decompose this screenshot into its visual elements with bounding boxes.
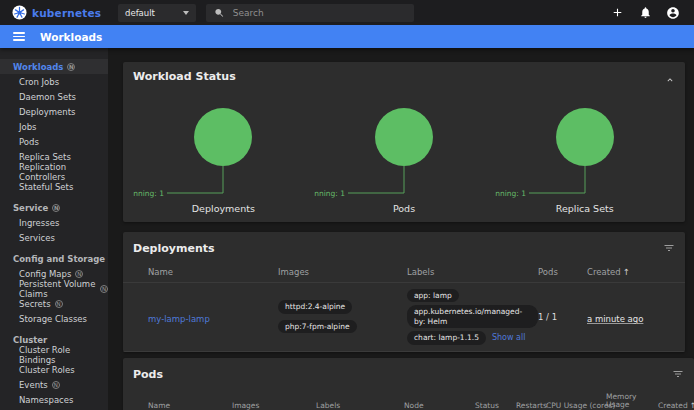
sidebar-section-config-and-storage: Config and Storage	[0, 251, 108, 266]
filter-icon	[663, 242, 675, 254]
filter-button[interactable]	[672, 365, 684, 384]
replica-sets-pie-chart: Running: 1 Replica Sets	[494, 89, 675, 214]
pods-ratio: 1 / 1	[538, 312, 587, 322]
column-header-status[interactable]: Status	[475, 397, 516, 410]
pods-title: Pods	[133, 368, 163, 381]
pie-running-slice	[194, 108, 252, 166]
label-chip: chart: lamp-1.1.5	[407, 331, 486, 344]
top-bar: kubernetes default	[0, 0, 694, 25]
sidebar-item-service[interactable]: Service N	[0, 200, 108, 215]
top-actions	[608, 4, 694, 22]
sidebar-nav: Workloads N Cron Jobs Daemon Sets Deploy…	[0, 48, 108, 410]
column-header-labels: Labels	[316, 397, 404, 410]
namespaced-badge-icon: N	[55, 300, 63, 308]
running-annotation: Running: 1	[495, 189, 526, 198]
deployments-table-header: Name Images Labels Pods Created↑	[123, 263, 685, 283]
namespaced-badge-icon: N	[52, 204, 60, 212]
image-chip: php:7-fpm-alpine	[278, 320, 357, 333]
namespace-select[interactable]: default	[118, 4, 196, 22]
column-header-name[interactable]: Name	[148, 397, 232, 410]
kubernetes-logo-icon	[12, 5, 27, 20]
label-chip: app: lamp	[407, 289, 459, 302]
brand[interactable]: kubernetes	[0, 5, 118, 20]
deployments-pie-chart: Running: 1 Deployments	[133, 89, 314, 214]
column-header-images[interactable]: Images	[278, 263, 407, 282]
sidebar-item-namespaces[interactable]: Namespaces	[0, 392, 108, 407]
column-header-created[interactable]: Created↑	[658, 397, 694, 410]
column-header-name[interactable]: Name	[148, 263, 278, 282]
sidebar-item-services[interactable]: Services	[0, 230, 108, 245]
deployment-name-link[interactable]: my-lamp-lamp	[148, 314, 210, 324]
sidebar-item-workloads[interactable]: Workloads N	[0, 59, 108, 74]
chart-label: Pods	[393, 203, 415, 214]
column-header-pods[interactable]: Pods	[538, 263, 587, 282]
sidebar-item-jobs[interactable]: Jobs	[0, 119, 108, 134]
sidebar-item-storage-classes[interactable]: Storage Classes	[0, 311, 108, 326]
search-input[interactable]	[233, 8, 406, 18]
notifications-button[interactable]	[636, 4, 654, 22]
label-chip: app.kubernetes.io/managed-by: Helm	[407, 305, 538, 328]
column-header-memory[interactable]: Memory Usage (bytes)	[606, 389, 658, 410]
sidebar-item-cron-jobs[interactable]: Cron Jobs	[0, 74, 108, 89]
running-annotation: Running: 1	[133, 189, 164, 198]
chart-label: Replica Sets	[556, 203, 614, 214]
namespaced-badge-icon: N	[52, 381, 60, 389]
sidebar-item-replication-controllers[interactable]: Replication Controllers	[0, 164, 108, 179]
search-box[interactable]	[206, 4, 414, 22]
search-icon	[214, 7, 225, 19]
filter-button[interactable]	[663, 239, 675, 258]
main-content: Workload Status Running: 1 Deployments	[108, 48, 694, 410]
workload-status-card: Workload Status Running: 1 Deployments	[123, 62, 685, 222]
brand-name: kubernetes	[32, 7, 101, 19]
chart-label: Deployments	[192, 203, 255, 214]
app-bar: Workloads	[0, 25, 694, 48]
namespaced-badge-icon: N	[100, 285, 108, 293]
show-all-labels-link[interactable]: Show all	[492, 333, 525, 342]
namespaced-badge-icon: N	[67, 63, 75, 71]
namespaced-badge-icon: N	[75, 270, 83, 278]
user-menu-button[interactable]	[664, 4, 682, 22]
column-header-cpu[interactable]: CPU Usage (cores)	[546, 397, 606, 410]
deployments-title: Deployments	[133, 242, 215, 255]
sort-ascending-icon: ↑	[623, 267, 630, 277]
account-circle-icon	[666, 6, 680, 20]
column-header-labels: Labels	[407, 263, 538, 282]
created-timestamp[interactable]: a minute ago	[587, 314, 643, 324]
pie-running-slice	[556, 108, 614, 166]
sidebar-item-persistent-volume-claims[interactable]: Persistent Volume Claims N	[0, 281, 108, 296]
namespace-value: default	[125, 8, 155, 18]
pods-table-header: Name Images Labels Node Status Restarts …	[123, 389, 694, 410]
create-resource-button[interactable]	[608, 4, 626, 22]
pods-pie-chart: Running: 1 Pods	[314, 89, 495, 214]
sort-ascending-icon: ↑	[690, 401, 694, 410]
filter-icon	[672, 368, 684, 380]
page-title: Workloads	[40, 31, 102, 43]
sidebar-item-ingresses[interactable]: Ingresses	[0, 215, 108, 230]
running-annotation: Running: 1	[314, 189, 345, 198]
sidebar-item-cluster-role-bindings[interactable]: Cluster Role Bindings	[0, 347, 108, 362]
workload-status-title: Workload Status	[133, 70, 675, 83]
chevron-down-icon	[183, 11, 189, 15]
image-chip: httpd:2.4-alpine	[278, 300, 352, 313]
column-header-images[interactable]: Images	[232, 397, 316, 410]
menu-toggle-button[interactable]	[13, 32, 25, 41]
sidebar-item-events[interactable]: Events N	[0, 377, 108, 392]
plus-icon	[611, 6, 624, 19]
workload-status-charts: Running: 1 Deployments Running: 1 Pods	[133, 89, 675, 214]
collapse-card-button[interactable]	[665, 70, 675, 89]
pie-running-slice	[375, 108, 433, 166]
sidebar-item-daemon-sets[interactable]: Daemon Sets	[0, 89, 108, 104]
pods-card: Pods Name Images Labels Node Status Rest…	[123, 358, 694, 410]
column-header-restarts[interactable]: Restarts	[516, 397, 546, 410]
sidebar-item-pods[interactable]: Pods	[0, 134, 108, 149]
sidebar-item-deployments[interactable]: Deployments	[0, 104, 108, 119]
table-row: my-lamp-lamp httpd:2.4-alpine php:7-fpm-…	[123, 283, 685, 352]
bell-icon	[639, 6, 652, 19]
column-header-node[interactable]: Node	[404, 397, 475, 410]
chevron-up-icon	[665, 75, 675, 85]
deployments-card: Deployments Name Images Labels Pods Crea…	[123, 232, 685, 352]
column-header-created[interactable]: Created↑	[587, 263, 685, 282]
